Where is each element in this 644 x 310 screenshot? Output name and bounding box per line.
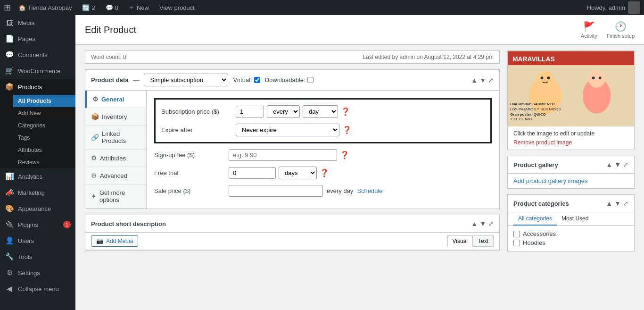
subscription-price-row: Subscription price ($) every day (161, 105, 485, 118)
sidebar-item-users[interactable]: 👤 Users (0, 233, 75, 249)
view-product-link[interactable]: View product (157, 0, 198, 15)
most-used-tab[interactable]: Most Used (557, 212, 593, 226)
updates-link[interactable]: 🔄 2 (79, 0, 98, 15)
subscription-every-select[interactable]: every (267, 105, 300, 118)
all-categories-tab[interactable]: All categories (513, 212, 557, 226)
expire-after-help[interactable]: ❓ (342, 126, 352, 134)
short-desc-controls: ▲ ▼ ⤢ (471, 220, 494, 227)
free-trial-help[interactable]: ❓ (320, 168, 329, 177)
product-categories-box: Product categories ▲ ▼ ⤢ All categories … (507, 194, 635, 251)
remove-product-image[interactable]: Remove product image (513, 139, 572, 146)
category-checkbox-accessories[interactable] (513, 231, 520, 237)
sale-price-fields: every day Schedule (229, 185, 383, 197)
expire-after-select[interactable]: Never expire 1 month 3 months 6 months 1… (236, 124, 339, 136)
word-count-bar: Word count: 0 Last edited by admin on Au… (85, 50, 500, 64)
sidebar-item-appearance[interactable]: 🎨 Appearance (0, 201, 75, 217)
pages-icon: 📄 (5, 34, 14, 43)
sidebar-item-settings[interactable]: ⚙ Settings (0, 265, 75, 281)
sidebar: 🖼 Media 📄 Pages 💬 Comments 🛒 WooCommerce… (0, 15, 75, 310)
main-content: Edit Product 🚩 Activity 🕐 Finish setup W… (75, 15, 644, 310)
product-data-controls: ▲ ▼ ⤢ (471, 76, 494, 84)
svg-point-6 (537, 71, 554, 88)
categories-expand[interactable]: ⤢ (623, 200, 628, 207)
product-image[interactable]: MARAVILLAS (508, 51, 634, 126)
virtual-label: Virtual: (233, 76, 260, 84)
tab-general[interactable]: ⚙ General (85, 91, 146, 108)
expire-after-label: Expire after (161, 126, 232, 134)
sidebar-item-comments[interactable]: 💬 Comments (0, 47, 75, 63)
collapse-icon: ◀ (5, 285, 14, 293)
gallery-down[interactable]: ▼ (614, 161, 621, 168)
categories-up[interactable]: ▲ (606, 200, 612, 207)
list-item: Hoodies (513, 238, 628, 247)
short-desc-down[interactable]: ▼ (479, 220, 486, 227)
sidebar-item-products[interactable]: 📦 Products (0, 79, 75, 95)
users-icon: 👤 (5, 236, 14, 245)
sidebar-item-woocommerce[interactable]: 🛒 WooCommerce (0, 63, 75, 79)
tab-linked-products[interactable]: 🔗 Linked Products (85, 126, 146, 150)
add-gallery-images-link[interactable]: Add product gallery images (508, 174, 634, 188)
categories-down[interactable]: ▼ (614, 200, 621, 207)
sale-price-input[interactable] (229, 185, 323, 197)
new-button[interactable]: ＋ New (126, 0, 152, 15)
schedule-link[interactable]: Schedule (357, 187, 382, 194)
gallery-up[interactable]: ▲ (606, 161, 612, 168)
add-media-button[interactable]: 📷 Add Media (91, 235, 138, 247)
sidebar-item-all-products[interactable]: All Products (13, 95, 75, 107)
collapse-menu[interactable]: ◀ Collapse menu (0, 281, 75, 297)
media-icon: 🖼 (5, 19, 14, 27)
sidebar-item-tools[interactable]: 🔧 Tools (0, 249, 75, 265)
sidebar-item-reviews[interactable]: Reviews (13, 156, 75, 168)
tab-get-more-options[interactable]: ✦ Get more options (85, 184, 146, 209)
page-title: Edit Product (85, 25, 136, 35)
site-name[interactable]: 🏠 Tienda Astropay (16, 0, 74, 15)
virtual-checkbox[interactable] (254, 77, 260, 83)
short-desc-up[interactable]: ▲ (471, 220, 478, 227)
activity-icon: 🚩 (583, 21, 595, 32)
sidebar-item-analytics[interactable]: 📊 Analytics (0, 168, 75, 184)
tab-attributes[interactable]: ⚙ Attributes (85, 150, 146, 167)
signup-fee-input[interactable] (229, 149, 337, 161)
signup-fee-help[interactable]: ❓ (340, 151, 349, 159)
collapse-up-button[interactable]: ▲ (471, 76, 478, 84)
sidebar-item-plugins[interactable]: 🔌 Plugins 1 (0, 217, 75, 233)
subscription-period-select[interactable]: day week month year (303, 105, 338, 118)
sidebar-item-add-new[interactable]: Add New (13, 107, 75, 119)
visual-tab[interactable]: Visual (447, 235, 473, 247)
wp-logo[interactable]: ⊞ (4, 2, 11, 13)
admin-bar: ⊞ 🏠 Tienda Astropay 🔄 2 💬 0 ＋ New View p… (0, 0, 644, 15)
main-column: Word count: 0 Last edited by admin on Au… (85, 50, 500, 304)
tab-advanced[interactable]: ⚙ Advanced (85, 167, 146, 184)
sidebar-item-tags[interactable]: Tags (13, 132, 75, 144)
tab-inventory[interactable]: 📦 Inventory (85, 108, 146, 126)
text-tab[interactable]: Text (473, 235, 494, 247)
free-trial-input[interactable] (229, 167, 276, 179)
sidebar-item-categories[interactable]: Categories (13, 119, 75, 132)
finish-setup-button[interactable]: 🕐 Finish setup (607, 21, 635, 39)
attributes-icon: ⚙ (91, 154, 97, 162)
subscription-price-help[interactable]: ❓ (341, 107, 350, 116)
comments-link[interactable]: 💬 0 (103, 0, 121, 15)
sidebar-item-pages[interactable]: 📄 Pages (0, 31, 75, 47)
categories-tabs: All categories Most Used (508, 212, 634, 226)
avatar[interactable] (628, 1, 640, 14)
product-data-body: ⚙ General 📦 Inventory 🔗 Linked Products (85, 91, 499, 209)
add-media-icon: 📷 (96, 238, 103, 244)
short-desc-expand[interactable]: ⤢ (488, 220, 494, 227)
product-type-select[interactable]: Simple subscription Simple product Varia… (144, 74, 228, 86)
sidebar-item-media[interactable]: 🖼 Media (0, 15, 75, 31)
collapse-down-button[interactable]: ▼ (479, 76, 486, 84)
expand-button[interactable]: ⤢ (488, 76, 494, 84)
gallery-expand[interactable]: ⤢ (623, 161, 628, 168)
activity-button[interactable]: 🚩 Activity (581, 21, 597, 39)
advanced-icon: ⚙ (91, 172, 97, 179)
short-description-box: Product short description ▲ ▼ ⤢ 📷 Add Me… (85, 215, 500, 251)
category-checkbox-hoodies[interactable] (513, 240, 520, 246)
subscription-price-input[interactable] (236, 106, 264, 117)
sidebar-item-attributes[interactable]: Attributes (13, 144, 75, 156)
sidebar-item-marketing[interactable]: 📣 Marketing (0, 184, 75, 201)
subscription-price-fields: every day week month year ❓ (236, 105, 350, 118)
downloadable-checkbox[interactable] (307, 77, 314, 83)
get-more-options-icon: ✦ (91, 193, 97, 200)
free-trial-period-select[interactable]: days weeks months (279, 167, 317, 179)
